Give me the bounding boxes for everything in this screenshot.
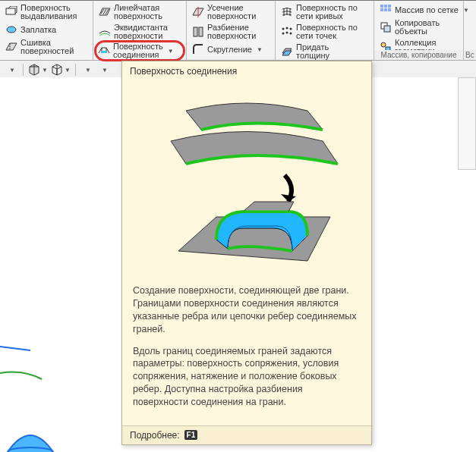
label-l2: объекты <box>395 27 427 36</box>
tooltip-title: Поверхность соединения <box>122 61 371 81</box>
svg-point-14 <box>290 33 292 35</box>
svg-point-11 <box>290 28 292 30</box>
ribbon-group-tail: Вс <box>464 1 476 60</box>
cmd-trim-surface[interactable]: Усечениеповерхности <box>189 2 273 22</box>
tooltip-footer: Подробнее: F1 <box>122 425 371 444</box>
view-dropdown-a[interactable]: ▼ <box>5 62 18 77</box>
view-wire-cube-icon[interactable]: ▼ <box>51 62 71 77</box>
svg-rect-19 <box>384 8 387 11</box>
svg-point-9 <box>282 28 285 30</box>
view-dropdown-c[interactable]: ▼ <box>97 62 111 77</box>
cmd-array-grid[interactable]: Массив по сетке▼ <box>377 2 461 17</box>
label-l1: Скругление <box>207 45 252 54</box>
label-l1: Заплатка <box>20 25 56 34</box>
label-l2: поверхности <box>114 31 162 40</box>
group-label-tail: Вс <box>464 50 476 60</box>
cmd-thicken[interactable]: Придатьтолщину <box>278 42 371 61</box>
cmd-surface-extrude[interactable]: Поверхностьвыдавливания <box>2 2 90 22</box>
cmd-copy-objects[interactable]: Копироватьобъекты <box>377 17 461 37</box>
label-l2: выдавливания <box>20 11 77 20</box>
svg-point-13 <box>286 32 288 34</box>
svg-rect-7 <box>194 27 197 36</box>
cmd-fillet[interactable]: Скругление▼ <box>189 42 273 57</box>
cmd-surface-by-point-net[interactable]: Поверхность посети точек <box>278 22 371 42</box>
ribbon-group-surfaces-d: Поверхность посети кривых Поверхность по… <box>276 1 374 60</box>
ribbon-group-surfaces-a: Поверхностьвыдавливания Заплатка Сшивкап… <box>0 1 93 60</box>
svg-rect-22 <box>384 26 390 32</box>
cmd-split-surface[interactable]: Разбиениеповерхности <box>189 22 273 42</box>
ribbon-group-surfaces-b: Линейчатаяповерхность Эквидистантаповерх… <box>93 1 187 60</box>
svg-rect-0 <box>6 8 15 14</box>
svg-rect-17 <box>388 5 391 8</box>
tooltip-illustration <box>122 81 371 277</box>
side-tool-panel[interactable] <box>458 77 476 170</box>
view-iso-cube-icon[interactable]: ▼ <box>28 62 48 77</box>
group-label: Массив, копирование <box>374 50 463 60</box>
label-l2: сети точек <box>296 31 336 40</box>
cmd-surface-by-curve-net[interactable]: Поверхность посети кривых <box>278 2 371 22</box>
label-l2: поверхностей <box>20 46 74 55</box>
label-l2: толщину <box>296 51 329 60</box>
label-l2: сети кривых <box>296 11 343 20</box>
cmd-ruled-surface[interactable]: Линейчатаяповерхность <box>96 2 184 22</box>
view-dropdown-b[interactable]: ▼ <box>80 62 94 77</box>
label-l2: поверхность <box>114 11 162 20</box>
svg-rect-16 <box>384 5 387 8</box>
chevron-down-icon: ▼ <box>168 47 174 55</box>
svg-rect-5 <box>102 51 106 53</box>
ribbon-group-array-copy: Массив по сетке▼ Копироватьобъекты Колле… <box>374 1 464 60</box>
svg-point-1 <box>7 27 16 33</box>
svg-rect-20 <box>388 8 391 11</box>
cmd-patch[interactable]: Заплатка <box>2 22 90 37</box>
ribbon-group-surfaces-c: Усечениеповерхности Разбиениеповерхности… <box>187 1 276 60</box>
svg-rect-18 <box>380 8 383 11</box>
cmd-stitch[interactable]: Сшивкаповерхностей <box>2 37 90 57</box>
tooltip-para-2: Вдоль границ соединяемых граней задаются… <box>133 345 361 409</box>
label-l2: поверхности <box>207 31 256 40</box>
tooltip-more-label: Подробнее: <box>130 430 180 441</box>
tooltip-popup: Поверхность соединения Создание повер <box>121 61 372 445</box>
svg-rect-8 <box>199 27 203 36</box>
label-l2: соединения <box>113 50 159 59</box>
svg-point-10 <box>286 27 288 30</box>
svg-rect-15 <box>380 5 383 8</box>
svg-point-23 <box>381 42 386 47</box>
cmd-connection-surface[interactable]: Поверхностьсоединения▼ <box>94 40 185 61</box>
label-l1: Массив по сетке <box>395 5 459 14</box>
tooltip-para-1: Создание поверхности, соединяющей две гр… <box>133 284 361 336</box>
tooltip-body: Создание поверхности, соединяющей две гр… <box>122 277 371 425</box>
svg-point-12 <box>282 33 285 35</box>
ribbon-toolbar: Поверхностьвыдавливания Заплатка Сшивкап… <box>0 0 476 61</box>
cmd-offset-surface[interactable]: Эквидистантаповерхности <box>96 22 184 42</box>
chevron-down-icon: ▼ <box>257 46 263 54</box>
f1-key-icon: F1 <box>184 430 198 440</box>
label-l2: поверхности <box>207 11 256 20</box>
